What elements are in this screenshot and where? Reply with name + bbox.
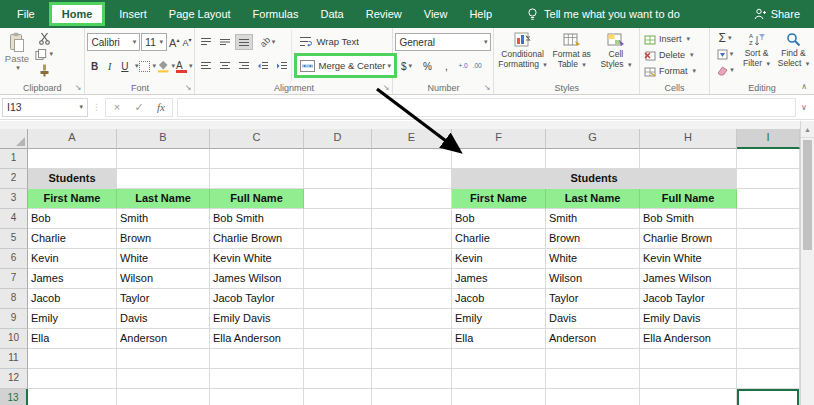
tell-me-box[interactable]: Tell me what you want to do: [527, 8, 680, 21]
cell-E7[interactable]: [372, 269, 452, 289]
scrollbar-thumb[interactable]: [803, 140, 812, 250]
cell-E8[interactable]: [372, 289, 452, 309]
paste-button[interactable]: Paste ▾: [2, 30, 32, 72]
cell-A8[interactable]: Jacob: [28, 289, 117, 309]
cell-C7[interactable]: James Wilson: [210, 269, 304, 289]
cell-H3[interactable]: Full Name: [640, 189, 737, 209]
cell-A5[interactable]: Charlie: [28, 229, 117, 249]
column-header-E[interactable]: E: [372, 129, 452, 149]
cell-D2[interactable]: [304, 169, 372, 189]
name-box[interactable]: I13 ▾: [2, 98, 88, 117]
cell-E6[interactable]: [372, 249, 452, 269]
decrease-indent-button[interactable]: [254, 58, 272, 74]
cell-D13[interactable]: [304, 389, 372, 405]
cell-D12[interactable]: [304, 369, 372, 389]
top-align-button[interactable]: [197, 34, 215, 50]
font-name-dropdown[interactable]: Calibri ▾: [87, 33, 140, 51]
row-header-8[interactable]: 8: [0, 289, 28, 309]
column-header-D[interactable]: D: [304, 129, 372, 149]
font-color-button[interactable]: A▾: [176, 58, 193, 74]
decrease-font-size-button[interactable]: A▾: [182, 36, 191, 48]
cell-E2[interactable]: [372, 169, 452, 189]
cell-G11[interactable]: [546, 349, 640, 369]
cell-F3[interactable]: First Name: [452, 189, 546, 209]
cell-C3[interactable]: Full Name: [210, 189, 304, 209]
cell-C2[interactable]: [210, 169, 304, 189]
row-header-2[interactable]: 2: [0, 169, 28, 189]
cell-E13[interactable]: [372, 389, 452, 405]
align-right-button[interactable]: [235, 58, 253, 74]
cell-C8[interactable]: Jacob Taylor: [210, 289, 304, 309]
cell-E3[interactable]: [372, 189, 452, 209]
cell-A7[interactable]: James: [28, 269, 117, 289]
cell-A3[interactable]: First Name: [28, 189, 117, 209]
increase-indent-button[interactable]: [273, 58, 291, 74]
row-header-5[interactable]: 5: [0, 229, 28, 249]
cell-G10[interactable]: Anderson: [546, 329, 640, 349]
column-header-F[interactable]: F: [452, 129, 546, 149]
fill-button[interactable]: ▾: [712, 46, 738, 62]
bold-button[interactable]: B: [87, 58, 101, 74]
conditional-formatting-button[interactable]: Conditional Formatting ▾: [497, 30, 549, 81]
cell-F9[interactable]: Emily: [452, 309, 546, 329]
cell-H1[interactable]: [640, 149, 737, 169]
cell-A10[interactable]: Ella: [28, 329, 117, 349]
cell-F13[interactable]: [452, 389, 546, 405]
tab-page-layout[interactable]: Page Layout: [158, 1, 242, 27]
column-header-I[interactable]: I: [737, 129, 800, 149]
decrease-decimal-button[interactable]: .00: [471, 62, 484, 69]
cell-B5[interactable]: Brown: [117, 229, 210, 249]
tab-data[interactable]: Data: [309, 1, 354, 27]
accounting-format-button[interactable]: $▾: [395, 58, 417, 74]
insert-cells-button[interactable]: Insert ▾: [642, 31, 707, 47]
align-left-button[interactable]: [197, 58, 215, 74]
cell-H6[interactable]: Kevin White: [640, 249, 737, 269]
column-header-H[interactable]: H: [640, 129, 737, 149]
cell-D4[interactable]: [304, 209, 372, 229]
cell-C5[interactable]: Charlie Brown: [210, 229, 304, 249]
find-select-button[interactable]: Find & Select ▾: [775, 30, 812, 81]
cell-H4[interactable]: Bob Smith: [640, 209, 737, 229]
cell-B11[interactable]: [117, 349, 210, 369]
align-center-button[interactable]: [216, 58, 234, 74]
tab-review[interactable]: Review: [355, 1, 413, 27]
share-button[interactable]: Share: [754, 8, 800, 20]
cell-I8[interactable]: [737, 289, 800, 309]
font-size-dropdown[interactable]: 11 ▾: [141, 33, 167, 51]
cell-I7[interactable]: [737, 269, 800, 289]
cell-H11[interactable]: [640, 349, 737, 369]
row-header-11[interactable]: 11: [0, 349, 28, 369]
row-header-7[interactable]: 7: [0, 269, 28, 289]
cell-C4[interactable]: Bob Smith: [210, 209, 304, 229]
cell-B10[interactable]: Anderson: [117, 329, 210, 349]
cell-I9[interactable]: [737, 309, 800, 329]
column-header-A[interactable]: A: [28, 129, 117, 149]
cell-C6[interactable]: Kevin White: [210, 249, 304, 269]
cell-G8[interactable]: Taylor: [546, 289, 640, 309]
cell-A9[interactable]: Emily: [28, 309, 117, 329]
italic-button[interactable]: I: [103, 58, 117, 74]
cell-I12[interactable]: [737, 369, 800, 389]
number-format-dropdown[interactable]: General ▾: [395, 33, 491, 51]
cell-B13[interactable]: [117, 389, 210, 405]
cell-D9[interactable]: [304, 309, 372, 329]
dialog-launcher-icon[interactable]: ↘: [484, 83, 491, 92]
column-header-B[interactable]: B: [117, 129, 210, 149]
row-header-13[interactable]: 13: [0, 389, 28, 405]
insert-function-button[interactable]: fx: [150, 101, 172, 113]
cell-B4[interactable]: Smith: [117, 209, 210, 229]
row-header-1[interactable]: 1: [0, 149, 28, 169]
scroll-up-icon[interactable]: ▲: [801, 121, 814, 138]
cell-H10[interactable]: Ella Anderson: [640, 329, 737, 349]
cell-C11[interactable]: [210, 349, 304, 369]
cell-F12[interactable]: [452, 369, 546, 389]
increase-font-size-button[interactable]: A▴: [169, 36, 179, 49]
formula-bar-expand-icon[interactable]: ∨: [796, 103, 812, 112]
cell-F4[interactable]: Bob: [452, 209, 546, 229]
cell-F1[interactable]: [452, 149, 546, 169]
dialog-launcher-icon[interactable]: ↘: [383, 83, 390, 92]
tab-file[interactable]: File: [6, 1, 46, 27]
cell-C12[interactable]: [210, 369, 304, 389]
cell-G9[interactable]: Davis: [546, 309, 640, 329]
cell-I13-selected[interactable]: [737, 389, 800, 405]
